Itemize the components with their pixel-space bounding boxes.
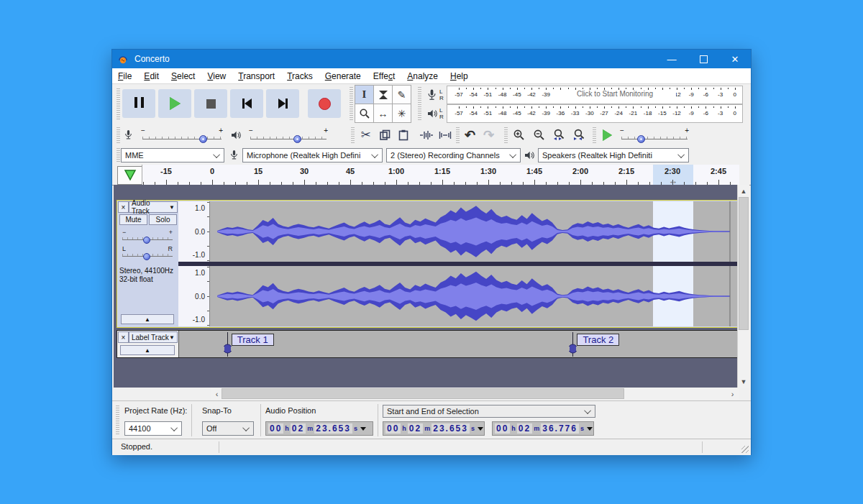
copy-button[interactable]: [375, 126, 393, 144]
toolbar-row-2: − + − + ✂ ↶ ↷: [112, 124, 751, 147]
playback-volume-thumb[interactable]: [293, 135, 301, 143]
zoom-fit-project-button[interactable]: [570, 126, 588, 144]
time-field-dropdown-arrow[interactable]: [587, 427, 593, 431]
minimize-button[interactable]: —: [656, 50, 688, 68]
playback-meter[interactable]: LR -57-54-51-48-45-42-39-36-33-30-27-24-…: [426, 104, 743, 122]
snap-to-select[interactable]: Off: [202, 421, 254, 436]
skip-to-end-button[interactable]: [266, 89, 299, 118]
selection-tool-button[interactable]: I: [355, 85, 374, 104]
label-track-content[interactable]: Track 1Track 2: [178, 331, 739, 357]
menu-item-edit[interactable]: Edit: [144, 71, 159, 81]
menu-item-help[interactable]: Help: [450, 71, 468, 81]
play-speed-thumb[interactable]: [637, 135, 645, 143]
zoom-selection-button[interactable]: [550, 126, 568, 144]
play-at-speed-button[interactable]: [598, 126, 616, 144]
scroll-up-arrow[interactable]: ▲: [738, 185, 749, 197]
audio-track-title-menu[interactable]: Audio Track▼: [129, 201, 178, 213]
vertical-scale-left[interactable]: 1.00.0-1.0: [178, 201, 210, 262]
ruler-tick: [143, 182, 144, 185]
selection-range-mode-select[interactable]: Start and End of Selection: [383, 405, 595, 418]
pan-slider[interactable]: L R: [121, 246, 174, 260]
selection-end-field[interactable]: 00h02m36.776s: [492, 421, 594, 436]
menu-item-generate[interactable]: Generate: [325, 71, 361, 81]
device-toolbar-grip[interactable]: [117, 148, 120, 162]
meter-toolbar-grip[interactable]: [418, 87, 421, 122]
recording-meter[interactable]: LR -57-54-51-48-45-42-39-36-33-30-27-24-…: [426, 86, 743, 104]
silence-audio-button[interactable]: [436, 126, 454, 144]
mute-button[interactable]: Mute: [119, 214, 147, 225]
undo-toolbar-grip[interactable]: [456, 127, 460, 143]
redo-button[interactable]: ↷: [480, 126, 498, 144]
draw-tool-button[interactable]: ✎: [392, 85, 411, 104]
titlebar[interactable]: Concerto — ✕: [112, 50, 751, 68]
record-volume-slider[interactable]: − +: [140, 127, 224, 144]
zoom-tool-button[interactable]: [355, 104, 374, 123]
play-speed-slider[interactable]: − +: [618, 127, 690, 144]
menu-item-tracks[interactable]: Tracks: [287, 71, 313, 81]
vertical-scrollbar[interactable]: ▲ ▼: [737, 185, 749, 388]
horizontal-scroll-thumb[interactable]: [222, 388, 624, 399]
play-at-speed-grip[interactable]: [593, 127, 596, 143]
time-field-dropdown-arrow[interactable]: [360, 427, 366, 431]
selection-toolbar-grip[interactable]: [116, 406, 119, 434]
vertical-scroll-thumb[interactable]: [739, 197, 749, 330]
cut-button[interactable]: ✂: [357, 126, 375, 144]
label-track-title-menu[interactable]: Label Track▼: [129, 331, 178, 343]
zoom-in-button[interactable]: [510, 126, 528, 144]
label-text[interactable]: Track 2: [577, 334, 619, 346]
pause-button[interactable]: [122, 89, 155, 118]
scroll-down-arrow[interactable]: ▼: [738, 375, 749, 388]
resize-grip[interactable]: [741, 446, 749, 453]
skip-to-start-button[interactable]: [230, 89, 263, 118]
menu-item-transport[interactable]: Transport: [238, 71, 275, 81]
gain-thumb[interactable]: [143, 237, 150, 244]
mixer-toolbar-grip[interactable]: [117, 127, 120, 143]
tools-toolbar-grip[interactable]: [350, 87, 353, 122]
zoom-out-button[interactable]: [530, 126, 548, 144]
recording-device-select[interactable]: Microphone (Realtek High Defini: [242, 148, 383, 162]
paste-button[interactable]: [394, 126, 412, 144]
audio-host-select[interactable]: MME: [121, 148, 224, 162]
playback-device-select[interactable]: Speakers (Realtek High Definiti: [538, 148, 689, 162]
time-field-dropdown-arrow[interactable]: [478, 427, 483, 431]
trim-audio-button[interactable]: [417, 126, 435, 144]
horizontal-scrollbar[interactable]: ‹ ›: [211, 388, 739, 400]
waveform-right[interactable]: [210, 266, 739, 326]
label-track-close-button[interactable]: ×: [118, 331, 129, 343]
selection-start-field[interactable]: 00h02m23.653s: [383, 421, 485, 436]
menu-item-select[interactable]: Select: [171, 71, 195, 81]
close-button[interactable]: ✕: [719, 50, 751, 68]
record-volume-thumb[interactable]: [199, 135, 207, 143]
multi-tool-button[interactable]: ✳: [392, 104, 411, 123]
maximize-button[interactable]: [688, 50, 719, 68]
edit-toolbar-grip[interactable]: [351, 127, 355, 143]
undo-button[interactable]: ↶: [461, 126, 479, 144]
zoom-toolbar-grip[interactable]: [504, 127, 508, 143]
envelope-tool-button[interactable]: [373, 85, 393, 104]
vertical-scale-right[interactable]: 1.00.0-1.0: [178, 266, 210, 326]
audio-track-close-button[interactable]: ×: [118, 201, 129, 213]
recording-channels-select[interactable]: 2 (Stereo) Recording Channels: [386, 148, 521, 162]
collapse-track-button[interactable]: ▲: [121, 314, 174, 324]
menu-item-analyze[interactable]: Analyze: [407, 71, 438, 81]
time-shift-tool-button[interactable]: ↔: [373, 104, 393, 123]
scroll-right-arrow[interactable]: ›: [726, 388, 739, 400]
timeline-ruler[interactable]: ↔-1501530451:001:151:301:452:002:152:302…: [142, 165, 739, 185]
transport-toolbar-grip[interactable]: [117, 88, 120, 120]
menu-item-file[interactable]: File: [118, 71, 132, 81]
play-button[interactable]: [158, 89, 191, 118]
collapse-label-track-button[interactable]: ▲: [120, 345, 175, 355]
playback-volume-slider[interactable]: − +: [247, 127, 329, 144]
waveform-left[interactable]: [210, 201, 739, 262]
record-button[interactable]: [308, 89, 341, 118]
timeline-options-button[interactable]: [117, 166, 143, 185]
solo-button[interactable]: Solo: [149, 214, 177, 225]
label-text[interactable]: Track 1: [232, 334, 274, 346]
pan-thumb[interactable]: [143, 253, 150, 260]
gain-slider[interactable]: − +: [121, 229, 174, 244]
project-rate-select[interactable]: 44100: [124, 421, 182, 436]
menu-item-effect[interactable]: Effect: [373, 71, 395, 81]
audio-position-field[interactable]: 00h02m23.653s: [265, 421, 373, 436]
stop-button[interactable]: [194, 89, 227, 118]
menu-item-view[interactable]: View: [207, 71, 226, 81]
